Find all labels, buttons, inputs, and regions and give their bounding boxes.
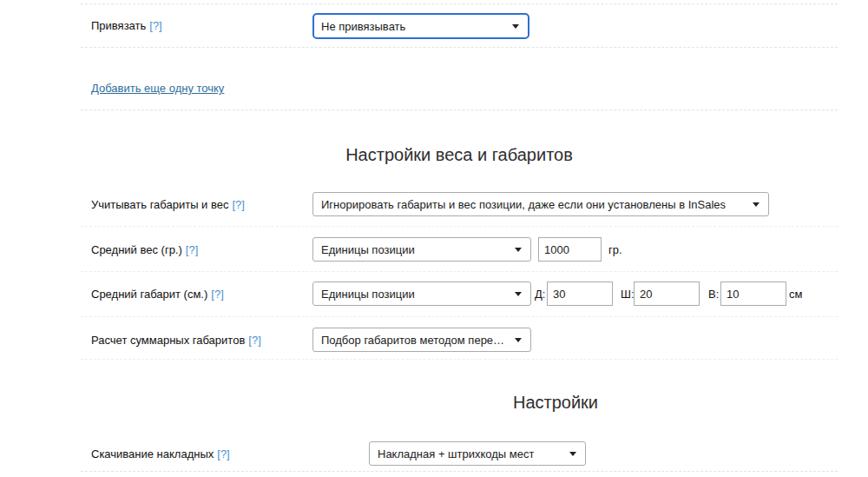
avg-weight-label-text: Средний вес (гр.) [91, 243, 182, 256]
dim-height-label: В: [708, 288, 719, 301]
separator [81, 471, 838, 472]
avg-weight-help-link[interactable]: [?] [186, 243, 198, 256]
waybill-select[interactable]: Накладная + штрихкоды мест [369, 441, 586, 466]
dim-height-input[interactable] [720, 282, 786, 306]
dim-width-input[interactable] [634, 282, 700, 306]
consider-help-link[interactable]: [?] [232, 198, 244, 211]
total-dims-label-text: Расчет суммарных габаритов [91, 334, 245, 347]
consider-row-label: Учитывать габариты и вес[?] [91, 198, 245, 211]
avg-dims-label-text: Средний габарит (см.) [91, 288, 207, 301]
weight-section-title: Настройки веса и габаритов [345, 145, 573, 165]
avg-dims-select[interactable]: Единицы позиции [312, 282, 531, 306]
bind-select[interactable]: Не привязывать [312, 13, 529, 39]
separator [81, 226, 838, 227]
avg-dims-help-link[interactable]: [?] [211, 288, 223, 301]
waybill-help-link[interactable]: [?] [217, 447, 229, 460]
avg-dims-select-value: Единицы позиции [321, 288, 415, 301]
waybill-row-label: Скачивание накладных[?] [91, 447, 230, 460]
bind-select-value: Не привязывать [321, 20, 405, 33]
avg-weight-select[interactable]: Единицы позиции [312, 237, 531, 262]
separator [81, 109, 838, 110]
total-dims-help-link[interactable]: [?] [248, 334, 260, 347]
add-point-link[interactable]: Добавить еще одну точку [91, 82, 224, 95]
avg-weight-input[interactable] [538, 237, 602, 262]
separator [81, 271, 838, 272]
consider-select[interactable]: Игнорировать габариты и вес позиции, даж… [312, 192, 769, 216]
separator [81, 47, 838, 48]
settings-section-title: Настройки [513, 393, 598, 413]
bind-row-label: Привязать[?] [91, 19, 162, 32]
total-dims-select[interactable]: Подбор габаритов методом перебора [312, 328, 531, 352]
dim-length-label: Д: [535, 288, 545, 301]
dim-width-label: Ш: [621, 288, 635, 301]
settings-page: Привязать[?] Не привязывать Добавить еще… [0, 0, 868, 477]
avg-dims-unit: см [789, 288, 802, 301]
separator [81, 316, 838, 317]
consider-label-text: Учитывать габариты и вес [91, 198, 228, 211]
chevron-down-icon [512, 24, 519, 29]
waybill-select-value: Накладная + штрихкоды мест [378, 447, 534, 460]
bind-label-text: Привязать [91, 19, 146, 32]
bind-help-link[interactable]: [?] [149, 19, 161, 32]
separator [81, 3, 838, 4]
chevron-down-icon [753, 202, 760, 207]
consider-select-value: Игнорировать габариты и вес позиции, даж… [321, 198, 726, 211]
chevron-down-icon [569, 452, 576, 456]
total-dims-row-label: Расчет суммарных габаритов[?] [91, 334, 261, 347]
chevron-down-icon [515, 292, 522, 296]
avg-weight-select-value: Единицы позиции [321, 243, 415, 256]
avg-dims-row-label: Средний габарит (см.)[?] [91, 288, 224, 301]
avg-weight-unit: гр. [608, 243, 622, 256]
separator [81, 359, 838, 360]
chevron-down-icon [515, 248, 522, 252]
chevron-down-icon [515, 338, 522, 342]
total-dims-select-value: Подбор габаритов методом перебора [321, 334, 510, 347]
waybill-label-text: Скачивание накладных [91, 447, 214, 460]
avg-weight-row-label: Средний вес (гр.)[?] [91, 243, 198, 256]
dim-length-input[interactable] [547, 282, 613, 306]
